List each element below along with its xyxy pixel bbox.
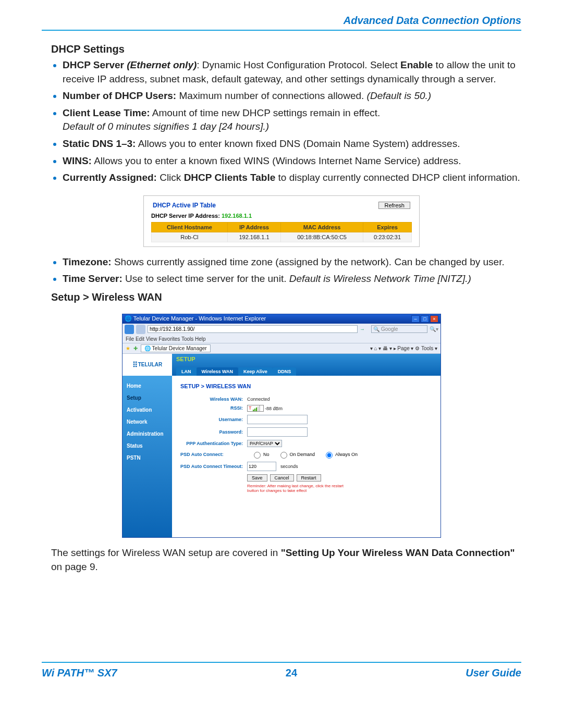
sidebar: Home Setup Activation Network Administra… bbox=[123, 376, 172, 537]
browser-tab[interactable]: 🌐 Telular Device Manager bbox=[141, 344, 211, 352]
closing-paragraph: The settings for Wireless WAN setup are … bbox=[51, 546, 521, 574]
label-psd-auto: PSD Auto Connect: bbox=[180, 452, 243, 457]
telular-logo: ⠿TELULAR bbox=[123, 354, 172, 376]
section-dhcp-settings: DHCP Settings bbox=[51, 43, 521, 55]
magnifier-icon: 🔍 bbox=[373, 326, 380, 332]
menu-bar[interactable]: File Edit View Favorites Tools Help bbox=[123, 335, 440, 343]
screenshot-wireless-wan: 🌐 Telular Device Manager - Windows Inter… bbox=[122, 314, 441, 538]
back-button[interactable] bbox=[125, 325, 134, 334]
address-bar[interactable] bbox=[148, 325, 358, 333]
footer-product: Wi PATH™ SX7 bbox=[42, 667, 117, 679]
label-psd-timeout: PSD Auto Connect Timeout: bbox=[180, 464, 243, 469]
search-box[interactable]: 🔍Google bbox=[371, 325, 427, 333]
tab-ddns[interactable]: DDNS bbox=[273, 367, 297, 376]
address-bar-row: → 🔍Google 🔍▾ bbox=[123, 324, 440, 335]
save-button[interactable]: Save bbox=[247, 474, 267, 482]
ppp-auth-select[interactable]: PAP/CHAP bbox=[247, 440, 282, 447]
nav-network[interactable]: Network bbox=[123, 416, 172, 428]
dhcp-active-ip-table-figure: DHCP Active IP Table Refresh DHCP Server… bbox=[143, 195, 420, 247]
favorites-icon[interactable]: ★ bbox=[126, 346, 130, 351]
maximize-button[interactable]: □ bbox=[421, 315, 429, 323]
nav-activation[interactable]: Activation bbox=[123, 404, 172, 416]
nav-administration[interactable]: Administration bbox=[123, 428, 172, 440]
nav-setup[interactable]: Setup bbox=[123, 392, 172, 404]
command-bar[interactable]: ▾ ⌂ ▾ 🖶 ▾ ▸ Page ▾ ⚙ Tools ▾ bbox=[370, 346, 437, 351]
ie-icon: 🌐 bbox=[125, 315, 133, 322]
search-go[interactable]: 🔍▾ bbox=[430, 326, 438, 332]
footer-page-number: 24 bbox=[286, 667, 297, 679]
signal-bars-icon bbox=[253, 405, 260, 411]
restart-button[interactable]: Restart bbox=[297, 474, 321, 482]
go-button[interactable]: → bbox=[360, 326, 365, 332]
tab-keep-alive[interactable]: Keep Alive bbox=[238, 367, 273, 376]
breadcrumb: SETUP > WIRELESS WAN bbox=[180, 383, 432, 389]
bullet-client-lease: Client Lease Time: Amount of time new DH… bbox=[63, 106, 521, 134]
dhcp-bullet-list: DHCP Server (Ethernet only): Dynamic Hos… bbox=[51, 58, 521, 185]
bullet-currently-assigned: Currently Assigned: Click DHCP Clients T… bbox=[63, 171, 521, 185]
tab-wireless-wan[interactable]: Wireless WAN bbox=[197, 367, 238, 376]
section-setup-wireless-wan: Setup > Wireless WAN bbox=[51, 291, 521, 303]
radio-on-demand[interactable]: On Demand bbox=[278, 450, 315, 459]
nav-home[interactable]: Home bbox=[123, 380, 172, 392]
dhcp-server-ip-label: DHCP Server IP Address: bbox=[151, 213, 220, 219]
cancel-button[interactable]: Cancel bbox=[270, 474, 294, 482]
col-client-hostname: Client Hostname bbox=[152, 222, 228, 232]
tab-lan[interactable]: LAN bbox=[176, 367, 197, 376]
footer-doc-type: User Guide bbox=[466, 667, 521, 679]
radio-always-on[interactable]: Always On bbox=[323, 450, 358, 459]
psd-timeout-input[interactable] bbox=[247, 462, 276, 471]
label-ppp-auth: PPP Authentication Type: bbox=[180, 441, 243, 446]
dhcp-bullet-list-2: Timezone: Shows currently assigned time … bbox=[51, 255, 521, 286]
bullet-dhcp-server: DHCP Server (Ethernet only): Dynamic Hos… bbox=[63, 58, 521, 86]
radio-no[interactable]: No bbox=[251, 450, 270, 459]
page-footer: Wi PATH™ SX7 24 User Guide bbox=[42, 667, 521, 679]
col-ip-address: IP Address bbox=[227, 222, 280, 232]
dhcp-table: Client Hostname IP Address MAC Address E… bbox=[151, 222, 412, 242]
label-wireless-wan: Wireless WAN: bbox=[180, 397, 243, 402]
password-input[interactable] bbox=[247, 427, 308, 437]
value-wireless-wan: Connected bbox=[247, 397, 270, 402]
antenna-icon: T bbox=[249, 405, 252, 411]
window-titlebar: 🌐 Telular Device Manager - Windows Inter… bbox=[123, 314, 440, 324]
bullet-wins: WINS: Allows you to enter a known fixed … bbox=[63, 154, 521, 168]
minimize-button[interactable]: – bbox=[411, 315, 420, 323]
bullet-num-dhcp-users: Number of DHCP Users: Maximum number of … bbox=[63, 89, 521, 103]
label-rssi: RSSI: bbox=[180, 405, 243, 411]
add-to-favorites-icon[interactable]: ✚ bbox=[133, 346, 138, 351]
header-rule bbox=[42, 30, 521, 31]
page-icon: 🌐 bbox=[144, 346, 152, 351]
psd-timeout-unit: seconds bbox=[280, 464, 298, 469]
bullet-time-server: Time Server: Use to select time server f… bbox=[63, 272, 521, 286]
setup-heading-label: SETUP bbox=[176, 356, 195, 362]
table-row: Rob-Cl 192.168.1.1 00:18:8B:CA:50:C5 0:2… bbox=[152, 232, 412, 242]
nav-pstn[interactable]: PSTN bbox=[123, 452, 172, 464]
nav-status[interactable]: Status bbox=[123, 440, 172, 452]
refresh-button[interactable]: Refresh bbox=[378, 202, 410, 209]
dhcp-server-ip-value: 192.168.1.1 bbox=[222, 213, 252, 219]
forward-button[interactable] bbox=[136, 325, 145, 334]
dhcp-table-title: DHCP Active IP Table bbox=[153, 202, 216, 209]
bullet-timezone: Timezone: Shows currently assigned time … bbox=[63, 255, 521, 269]
value-rssi: T -88 dBm bbox=[247, 405, 283, 412]
footer-rule bbox=[42, 662, 521, 663]
col-expires: Expires bbox=[363, 222, 412, 232]
reminder-text: Reminder: After making last change, clic… bbox=[247, 484, 351, 493]
col-mac-address: MAC Address bbox=[281, 222, 363, 232]
username-input[interactable] bbox=[247, 415, 308, 424]
close-button[interactable]: × bbox=[430, 315, 438, 323]
chapter-header: Advanced Data Connection Options bbox=[42, 15, 521, 27]
label-password: Password: bbox=[180, 429, 243, 435]
label-username: Username: bbox=[180, 417, 243, 422]
bullet-static-dns: Static DNS 1–3: Allows you to enter know… bbox=[63, 137, 521, 151]
